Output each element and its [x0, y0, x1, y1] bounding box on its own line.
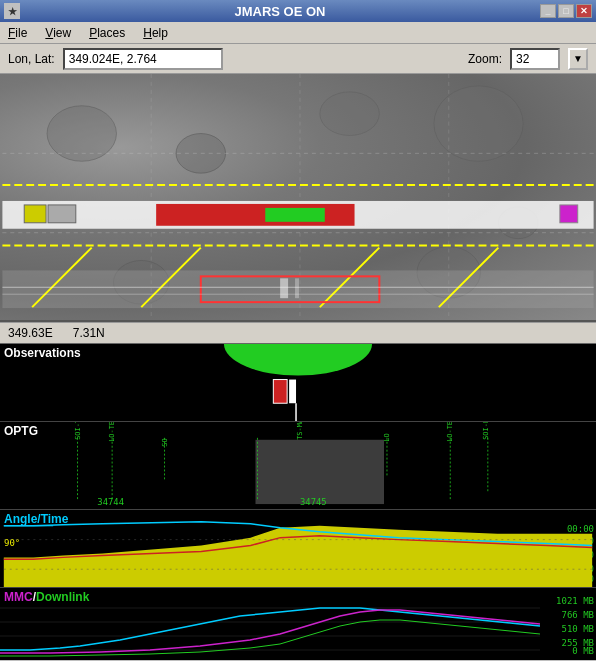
svg-rect-32: [273, 380, 287, 404]
menu-bar: File View Places Help: [0, 22, 596, 44]
zoom-input[interactable]: [510, 48, 560, 70]
svg-text:SOI-LEX: SOI-LEX: [482, 422, 490, 440]
optg-label: OPTG: [4, 424, 38, 438]
optg-svg: SOI-TERM LO-TERM SO TS-MAX LO LO-TERM SO…: [0, 422, 596, 509]
app-icon: ★: [4, 3, 20, 19]
time-24: 24:00: [567, 574, 594, 584]
svg-text:SOI-TERM: SOI-TERM: [74, 422, 82, 440]
angle-90-label: 90°: [4, 538, 20, 548]
svg-text:LO-TERM: LO-TERM: [446, 422, 454, 442]
map-background: [0, 74, 596, 320]
angle-180-label: L80°: [4, 570, 26, 580]
map-area[interactable]: [0, 74, 596, 322]
observations-label: Observations: [4, 346, 81, 360]
time-00: 00:00: [567, 524, 594, 534]
zoom-dropdown-button[interactable]: ▼: [568, 48, 588, 70]
title-bar: ★ JMARS OE ON _ □ ✕: [0, 0, 596, 22]
zoom-label: Zoom:: [468, 52, 502, 66]
window-title: JMARS OE ON: [20, 4, 540, 19]
svg-rect-35: [255, 440, 384, 504]
menu-file[interactable]: File: [4, 24, 31, 42]
svg-text:LO-TERM: LO-TERM: [108, 422, 116, 442]
svg-text:34745: 34745: [300, 497, 327, 507]
mmc-text: MMC: [4, 590, 33, 604]
mmc-label-container: MMC / Downlink: [4, 590, 89, 604]
angle-svg: [0, 510, 596, 587]
coord-lat: 7.31N: [73, 326, 105, 340]
optg-panel: OPTG SOI-TERM LO-TERM SO TS-MAX LO LO-TE…: [0, 422, 596, 510]
time-12: 12:00: [567, 550, 594, 560]
mb-766: 766 MB: [561, 610, 594, 620]
mb-1021: 1021 MB: [556, 596, 594, 606]
angle-time-panel: Angle/Time 00:00 06:00 12:00 19:00 24:00…: [0, 510, 596, 588]
downlink-text: Downlink: [36, 590, 89, 604]
window-controls: _ □ ✕: [540, 4, 592, 18]
angle-time-label: Angle/Time: [4, 512, 68, 526]
close-button[interactable]: ✕: [576, 4, 592, 18]
mb-510: 510 MB: [561, 624, 594, 634]
menu-places[interactable]: Places: [85, 24, 129, 42]
minimize-button[interactable]: _: [540, 4, 556, 18]
menu-help[interactable]: Help: [139, 24, 172, 42]
observations-panel: Observations: [0, 344, 596, 422]
svg-text:SO: SO: [161, 438, 169, 446]
mmc-downlink-panel: MMC / Downlink 1021 MB 766 MB 510 MB 255…: [0, 588, 596, 660]
coord-lon: 349.63E: [8, 326, 53, 340]
observations-svg: [0, 344, 596, 421]
svg-marker-52: [4, 526, 592, 587]
lon-lat-label: Lon, Lat:: [8, 52, 55, 66]
time-19: 19:00: [567, 564, 594, 574]
svg-rect-33: [289, 380, 296, 404]
coords-bar: 349.63E 7.31N: [0, 322, 596, 344]
toolbar: Lon, Lat: Zoom: ▼: [0, 44, 596, 74]
mmc-svg: [0, 588, 596, 660]
svg-text:34744: 34744: [97, 497, 124, 507]
maximize-button[interactable]: □: [558, 4, 574, 18]
svg-point-31: [224, 344, 372, 376]
svg-text:TS-MAX: TS-MAX: [296, 422, 304, 440]
lon-lat-input[interactable]: [63, 48, 223, 70]
svg-text:LO: LO: [383, 433, 391, 441]
menu-view[interactable]: View: [41, 24, 75, 42]
mb-0: 0 MB: [572, 646, 594, 656]
time-06: 06:00: [567, 536, 594, 546]
